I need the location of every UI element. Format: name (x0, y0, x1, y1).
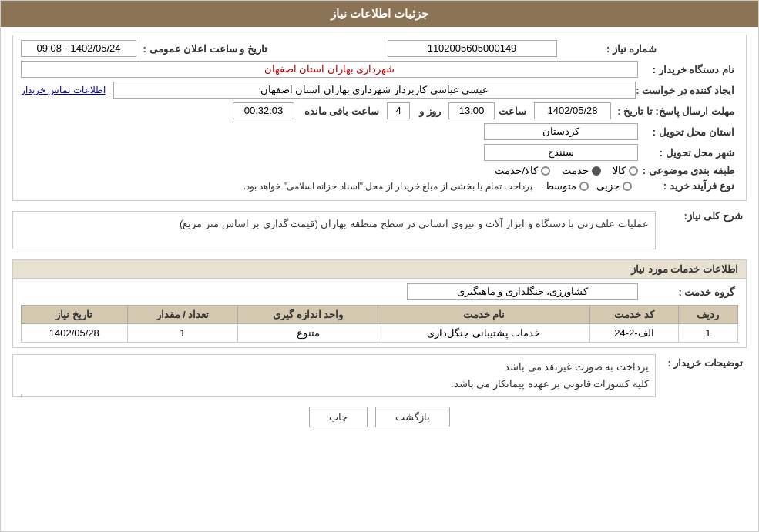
cell-quantity: 1 (127, 324, 238, 343)
process-motavasset[interactable]: متوسط (545, 180, 589, 192)
process-note: پرداخت تمام یا بخشی از مبلغ خریدار از مح… (243, 181, 532, 192)
need-description-value: عملیات علف زنی با دستگاه و ابزار آلات و … (12, 211, 656, 249)
buyer-notes-label: توضیحات خریدار : (662, 354, 747, 369)
category-option-3: کالا/خدمت (495, 165, 538, 176)
public-announce-label: تاریخ و ساعت اعلان عمومی : (140, 43, 271, 55)
service-group-value: کشاورزی، جنگلداری و ماهیگیری (407, 283, 638, 300)
radio-kala-khadamat (541, 166, 550, 176)
need-description-label: شرح کلی نیاز: (662, 207, 747, 222)
need-number-value: 1102005605000149 (388, 40, 557, 57)
category-option-1: کالا (613, 165, 626, 176)
col-date: تاریخ نیاز (22, 306, 128, 324)
cell-unit: متنوع (238, 324, 378, 343)
reply-deadline-label: مهلت ارسال پاسخ: تا تاریخ : (615, 105, 738, 117)
radio-kala (629, 166, 638, 176)
table-row: 1 الف-2-24 خدمات پشتیبانی جنگل‌داری متنو… (22, 324, 738, 343)
remaining-label: ساعت باقی مانده (298, 105, 383, 117)
process-jozii[interactable]: جزیی (596, 180, 632, 192)
back-button[interactable]: بازگشت (375, 407, 450, 427)
creator-label: ایجاد کننده در خواست : (636, 85, 738, 96)
category-label: طبقه بندی موضوعی : (638, 165, 738, 176)
cell-service-code: الف-2-24 (589, 324, 678, 343)
buyer-notes-line1: پرداخت به صورت غیرنقد می باشد (19, 359, 649, 376)
col-quantity: تعداد / مقدار (127, 306, 238, 324)
print-button[interactable]: چاپ (309, 407, 368, 427)
process-option-2: متوسط (545, 180, 576, 192)
reply-time-label: ساعت (499, 105, 530, 117)
cell-service-name: خدمات پشتیبانی جنگل‌داری (378, 324, 589, 343)
reply-time-value: 13:00 (448, 102, 495, 119)
reply-date-value: 1402/05/28 (534, 102, 611, 119)
radio-khadamat (592, 166, 601, 176)
category-options: کالا/خدمت خدمت کالا (495, 165, 638, 176)
services-table: ردیف کد خدمت نام خدمت واحد اندازه گیری ت… (21, 305, 738, 343)
need-number-label: شماره نیاز : (561, 43, 661, 55)
col-row: ردیف (678, 306, 737, 324)
category-kala[interactable]: کالا (613, 165, 638, 176)
process-type-label: نوع فرآیند خرید : (638, 180, 738, 192)
cell-row: 1 (678, 324, 737, 343)
reply-days-value: 4 (387, 102, 410, 119)
buyer-org-value: شهرداری بهاران استان اصفهان (21, 61, 638, 78)
buttons-row: بازگشت چاپ (12, 407, 747, 427)
resize-handle: ⌟ (15, 387, 22, 395)
col-service-code: کد خدمت (589, 306, 678, 324)
radio-jozii (623, 182, 632, 191)
radio-motavasset (579, 182, 589, 191)
reply-days-label: روز و (414, 105, 445, 117)
public-announce-value: 1402/05/24 - 09:08 (21, 40, 136, 57)
page-title: جزئیات اطلاعات نیاز (1, 1, 758, 27)
process-type-options: متوسط جزیی (545, 180, 632, 192)
contact-link[interactable]: اطلاعات تماس خریدار (21, 85, 106, 95)
category-khadamat[interactable]: خدمت (562, 165, 601, 176)
remaining-time-value: 00:32:03 (233, 102, 294, 119)
buyer-notes-line2: کلیه کسورات قانونی بر عهده پیمانکار می ب… (19, 376, 649, 393)
col-unit: واحد اندازه گیری (238, 306, 378, 324)
col-service-name: نام خدمت (378, 306, 589, 324)
services-info-label: اطلاعات خدمات مورد نیاز (12, 259, 747, 278)
delivery-province-value: کردستان (484, 123, 638, 140)
cell-date: 1402/05/28 (22, 324, 128, 343)
delivery-city-label: شهر محل تحویل : (638, 147, 738, 159)
buyer-org-label: نام دستگاه خریدار : (638, 64, 738, 75)
delivery-province-label: استان محل تحویل : (638, 126, 738, 138)
buyer-notes-content: پرداخت به صورت غیرنقد می باشد کلیه کسورا… (12, 354, 656, 397)
delivery-city-value: سنندج (484, 144, 638, 161)
creator-value: عیسی عباسی کاربرداز شهرداری بهاران استان… (113, 82, 636, 99)
category-option-2: خدمت (562, 165, 589, 176)
process-option-1: جزیی (596, 180, 620, 192)
category-kala-khadamat[interactable]: کالا/خدمت (495, 165, 550, 176)
service-group-label: گروه خدمت : (638, 286, 738, 298)
